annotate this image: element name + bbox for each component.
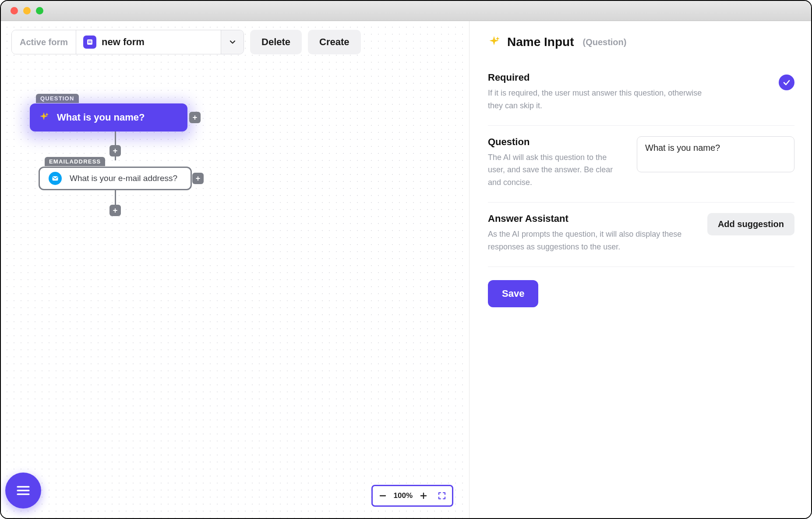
required-heading: Required [488, 72, 766, 83]
plus-icon: + [109, 205, 121, 216]
node-tag: EMAILADDRESS [45, 157, 105, 166]
zoom-level: 100% [394, 491, 413, 500]
add-node-end[interactable]: + [109, 205, 121, 216]
window-close-button[interactable] [11, 7, 18, 14]
node-question[interactable]: QUESTION What is you name? + [30, 103, 187, 132]
zoom-fit-button[interactable] [437, 491, 447, 500]
node-add-right[interactable]: + [189, 112, 201, 123]
panel-subtitle: (Question) [583, 37, 626, 47]
zoom-in-button[interactable] [419, 492, 428, 500]
question-input[interactable] [637, 136, 794, 172]
content-area: Active form new form Delete Create [1, 21, 811, 518]
active-form-value: new form [76, 30, 221, 54]
sparkle-icon [39, 111, 49, 124]
active-form-chevron[interactable] [221, 30, 244, 54]
add-node-between[interactable]: + [109, 145, 121, 156]
window-zoom-button[interactable] [36, 7, 43, 14]
required-toggle[interactable] [779, 75, 794, 90]
active-form-label: Active form [12, 30, 76, 54]
answer-assistant-description: As the AI prompts the question, it will … [488, 228, 695, 253]
answer-assistant-heading: Answer Assistant [488, 213, 695, 224]
section-question: Question The AI will ask this question t… [488, 126, 794, 203]
chevron-down-icon [229, 39, 236, 46]
svg-rect-2 [88, 42, 92, 43]
menu-fab[interactable] [5, 473, 41, 508]
save-button[interactable]: Save [488, 280, 538, 307]
check-icon [782, 78, 791, 87]
canvas-toolbar: Active form new form Delete Create [11, 30, 361, 54]
minus-icon [379, 492, 387, 500]
email-icon [49, 172, 62, 185]
svg-rect-1 [88, 41, 92, 42]
zoom-out-button[interactable] [378, 492, 388, 500]
expand-icon [438, 491, 446, 500]
canvas-pane[interactable]: Active form new form Delete Create [1, 21, 470, 518]
window-minimize-button[interactable] [23, 7, 31, 14]
window-titlebar [1, 1, 811, 21]
properties-panel: Name Input (Question) Required If it is … [470, 21, 811, 518]
section-answer-assistant: Answer Assistant As the AI prompts the q… [488, 203, 794, 267]
panel-header: Name Input (Question) [488, 35, 794, 49]
required-description: If it is required, the user must answer … [488, 87, 716, 112]
form-icon [83, 36, 96, 49]
delete-button[interactable]: Delete [250, 30, 302, 54]
node-text: What is you name? [57, 112, 145, 123]
sparkle-icon [488, 35, 500, 49]
node-emailaddress[interactable]: EMAILADDRESS What is your e-mail address… [39, 167, 192, 190]
plus-icon: + [109, 145, 121, 156]
node-tag: QUESTION [36, 94, 79, 103]
zoom-controls: 100% [371, 485, 453, 507]
node-card[interactable]: What is you name? + [30, 103, 187, 132]
question-heading: Question [488, 136, 625, 148]
node-text: What is your e-mail address? [70, 174, 177, 183]
add-suggestion-button[interactable]: Add suggestion [707, 213, 794, 235]
panel-title: Name Input [507, 35, 574, 49]
active-form-name: new form [102, 36, 145, 48]
question-description: The AI will ask this question to the use… [488, 151, 625, 189]
plus-icon [420, 492, 427, 500]
node-add-right[interactable]: + [192, 173, 204, 184]
menu-icon [16, 483, 31, 498]
active-form-select[interactable]: Active form new form [11, 30, 244, 54]
section-required: Required If it is required, the user mus… [488, 72, 794, 126]
app-window: Active form new form Delete Create [0, 0, 812, 519]
create-button[interactable]: Create [308, 30, 360, 54]
node-card[interactable]: What is your e-mail address? + [39, 167, 192, 190]
